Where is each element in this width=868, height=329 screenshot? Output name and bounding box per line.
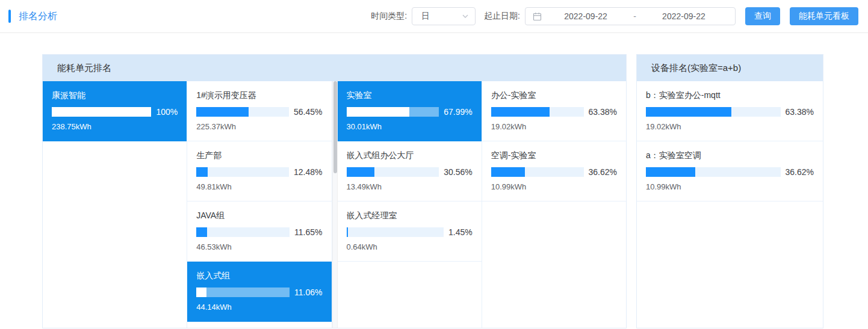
progress-bar-fill (347, 167, 375, 177)
progress-bar-row: 36.62% (646, 167, 814, 177)
time-type-label: 时间类型: (371, 11, 407, 22)
rank-card[interactable]: a：实验室空调 36.62% 10.99kWh (637, 141, 823, 201)
rank-card-energy: 238.75kWh (52, 122, 178, 131)
rank-card-energy: 10.99kWh (646, 182, 814, 191)
progress-bar-row: 63.38% (491, 107, 617, 117)
rank-card[interactable]: 嵌入式组 11.06% 44.14kWh (187, 262, 331, 322)
rank-card-name: b：实验室办公-mqtt (646, 90, 814, 101)
toolbar: 时间类型: 日 起止日期: 2022-09-22 (371, 7, 858, 25)
rank-card-name: 1#演示用变压器 (196, 90, 322, 101)
date-range-label: 起止日期: (484, 11, 520, 22)
progress-bar-row: 30.56% (347, 167, 473, 177)
progress-bar-fill (196, 107, 249, 117)
content-area: 能耗单元排名 康派智能 100% 238.75kWh 1#演示用变压器 56.4… (42, 54, 823, 328)
rank-card-percent: 12.48% (294, 167, 322, 177)
query-button[interactable]: 查询 (745, 7, 780, 25)
rank-card-energy: 19.02kWh (646, 122, 814, 131)
rank-card[interactable]: 嵌入式组办公大厅 30.56% 13.49kWh (338, 141, 482, 201)
progress-bar-fill (646, 107, 731, 117)
date-range-input[interactable]: 2022-09-22 - 2022-09-22 (525, 7, 736, 25)
end-date[interactable]: 2022-09-22 (640, 11, 728, 21)
device-ranking-list: b：实验室办公-mqtt 63.38% 19.02kWh a：实验室空调 36.… (637, 81, 823, 328)
rank-card-energy: 225.37kWh (196, 122, 322, 131)
progress-bar-fill (491, 107, 550, 117)
rank-card[interactable]: JAVA组 11.65% 46.53kWh (187, 201, 331, 262)
rank-card[interactable]: 生产部 12.48% 49.81kWh (187, 141, 331, 201)
rank-card-name: 嵌入式组 (196, 271, 322, 281)
rank-card-percent: 11.06% (294, 287, 322, 297)
ranking-column: 办公-实验室 63.38% 19.02kWh 空调-实验室 36.62% 10.… (482, 81, 626, 328)
progress-bar-row: 11.65% (196, 227, 322, 237)
progress-bar-track (347, 227, 444, 237)
time-type-select[interactable]: 日 (412, 7, 476, 25)
start-date[interactable]: 2022-09-22 (542, 11, 630, 21)
rank-card-percent: 30.56% (444, 167, 472, 177)
rank-card-name: 空调-实验室 (491, 150, 617, 161)
rank-card-energy: 44.14kWh (196, 303, 322, 312)
rank-card-energy: 49.81kWh (196, 182, 322, 191)
rank-card[interactable]: b：实验室办公-mqtt 63.38% 19.02kWh (637, 81, 823, 141)
rank-card-percent: 63.38% (786, 107, 814, 117)
progress-bar-track (347, 167, 439, 177)
rank-card-percent: 56.45% (294, 107, 322, 117)
rank-card-percent: 63.38% (589, 107, 617, 117)
progress-bar-track (347, 107, 439, 117)
rank-card-energy: 0.64kWh (347, 242, 473, 251)
progress-bar-row: 100% (52, 107, 178, 117)
device-ranking-panel: 设备排名(实验室=a+b) b：实验室办公-mqtt 63.38% 19.02k… (636, 54, 823, 328)
rank-card-percent: 100% (156, 107, 178, 117)
rank-card-name: 办公-实验室 (491, 90, 617, 101)
device-panel-header: 设备排名(实验室=a+b) (637, 55, 823, 81)
progress-bar-track (52, 107, 151, 117)
rank-card-percent: 36.62% (589, 167, 617, 177)
rank-card[interactable]: 实验室 67.99% 30.01kWh (338, 81, 482, 141)
unit-ranking-panel: 能耗单元排名 康派智能 100% 238.75kWh 1#演示用变压器 56.4… (42, 54, 627, 328)
progress-bar-row: 1.45% (347, 227, 473, 237)
unit-panel-body: 康派智能 100% 238.75kWh 1#演示用变压器 56.45% 225.… (43, 81, 626, 328)
unit-ranking-columns: 康派智能 100% 238.75kWh 1#演示用变压器 56.45% 225.… (43, 81, 626, 328)
rank-card-energy: 13.49kWh (347, 182, 473, 191)
rank-card-percent: 36.62% (786, 167, 814, 177)
progress-bar-fill (196, 167, 208, 177)
ranking-column: 实验室 67.99% 30.01kWh 嵌入式组办公大厅 30.56% 13.4… (338, 81, 482, 328)
rank-card[interactable]: 1#演示用变压器 56.45% 225.37kWh (187, 81, 331, 141)
progress-bar-track (491, 167, 584, 177)
progress-bar-track (196, 227, 290, 237)
rank-card-energy: 46.53kWh (196, 242, 322, 251)
progress-bar-track (646, 167, 781, 177)
page-title: 排名分析 (19, 10, 57, 23)
progress-bar-fill (196, 227, 207, 237)
progress-bar-track (491, 107, 584, 117)
progress-bar-row: 36.62% (491, 167, 617, 177)
progress-bar-row: 56.45% (196, 107, 322, 117)
progress-bar-fill (646, 167, 695, 177)
date-separator: - (630, 11, 640, 21)
kanban-button[interactable]: 能耗单元看板 (790, 7, 858, 25)
rank-card[interactable]: 办公-实验室 63.38% 19.02kWh (482, 81, 626, 141)
time-type-value: 日 (421, 11, 430, 22)
unit-panel-header: 能耗单元排名 (43, 55, 626, 81)
ranking-column: 康派智能 100% 238.75kWh (43, 81, 187, 328)
rank-card-name: 生产部 (196, 150, 322, 161)
progress-bar-track (196, 167, 289, 177)
progress-bar-track (196, 287, 290, 297)
rank-card[interactable]: 康派智能 100% 238.75kWh (43, 81, 187, 141)
rank-card[interactable]: 空调-实验室 36.62% 10.99kWh (482, 141, 626, 201)
rank-card[interactable]: 嵌入式经理室 1.45% 0.64kWh (338, 201, 482, 262)
progress-bar-row: 11.06% (196, 287, 322, 297)
scrollbar-thumb[interactable] (333, 81, 337, 173)
progress-bar-track (646, 107, 781, 117)
progress-bar-track (196, 107, 289, 117)
rank-card-percent: 1.45% (448, 227, 473, 237)
column-scrollbar[interactable] (332, 81, 338, 328)
rank-card-energy: 30.01kWh (347, 122, 473, 131)
chevron-down-icon (462, 13, 469, 20)
progress-bar-fill (52, 107, 151, 117)
progress-bar-fill (347, 227, 348, 237)
rank-card-name: a：实验室空调 (646, 150, 814, 161)
topbar: 排名分析 时间类型: 日 起止日期: 20 (0, 0, 868, 33)
rank-card-name: 嵌入式组办公大厅 (347, 150, 473, 161)
rank-card-percent: 67.99% (444, 107, 472, 117)
progress-bar-row: 63.38% (646, 107, 814, 117)
progress-bar-row: 12.48% (196, 167, 322, 177)
